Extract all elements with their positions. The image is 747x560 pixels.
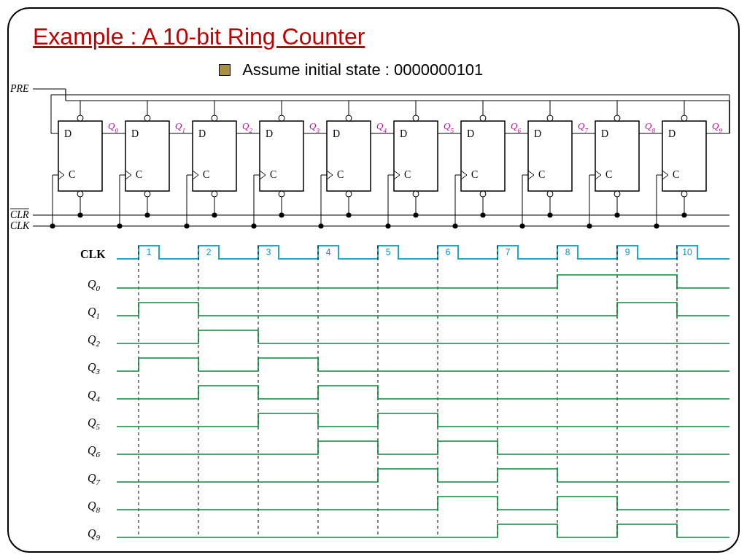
svg-point-115 xyxy=(614,191,620,197)
svg-point-22 xyxy=(144,115,150,121)
timing-diagram: 12345678910 xyxy=(109,244,747,551)
page-title: Example : A 10-bit Ring Counter xyxy=(33,23,365,50)
timing-signal-label: Q9 xyxy=(88,527,100,542)
timing-signal-label: Q5 xyxy=(88,416,100,431)
svg-text:9: 9 xyxy=(625,247,630,257)
svg-text:5: 5 xyxy=(386,247,391,257)
svg-text:C: C xyxy=(404,169,411,180)
ring-counter-schematic: DCQ0DCQ1DCQ2DCQ3DCQ4DCQ5DCQ6DCQ7DCQ8DCQ9 xyxy=(0,86,747,236)
svg-text:C: C xyxy=(270,169,276,180)
svg-point-126 xyxy=(681,115,687,121)
svg-point-113 xyxy=(614,115,620,121)
svg-text:D: D xyxy=(266,128,273,139)
svg-point-52 xyxy=(279,213,285,218)
svg-text:C: C xyxy=(136,169,142,180)
bullet-icon xyxy=(219,64,231,76)
svg-point-104 xyxy=(548,213,553,218)
svg-point-107 xyxy=(520,224,525,229)
svg-text:Q3: Q3 xyxy=(309,120,320,134)
svg-text:D: D xyxy=(198,128,206,139)
svg-text:2: 2 xyxy=(206,247,212,257)
svg-text:D: D xyxy=(64,128,71,139)
svg-point-65 xyxy=(347,213,352,218)
svg-point-94 xyxy=(453,224,458,229)
timing-signal-label: Q0 xyxy=(88,278,100,292)
timing-signal-label: Q4 xyxy=(88,389,100,403)
timing-signal-label: Q8 xyxy=(88,499,100,514)
svg-point-89 xyxy=(480,191,486,197)
svg-text:C: C xyxy=(605,169,612,180)
timing-signal-label: Q3 xyxy=(88,361,100,376)
svg-text:8: 8 xyxy=(565,247,570,257)
svg-text:C: C xyxy=(203,169,209,180)
slide: Example : A 10-bit Ring Counter Assume i… xyxy=(0,0,747,560)
svg-point-68 xyxy=(319,224,324,229)
svg-point-35 xyxy=(212,115,217,121)
svg-point-16 xyxy=(50,224,55,229)
svg-text:Q9: Q9 xyxy=(712,120,722,134)
svg-point-26 xyxy=(145,213,150,218)
svg-point-55 xyxy=(252,224,257,229)
svg-text:C: C xyxy=(538,169,545,180)
svg-point-74 xyxy=(413,115,419,121)
svg-point-24 xyxy=(144,191,150,197)
svg-text:C: C xyxy=(673,169,679,180)
svg-point-130 xyxy=(682,213,687,218)
svg-text:10: 10 xyxy=(682,247,692,257)
svg-text:Q6: Q6 xyxy=(511,120,521,134)
svg-text:Q1: Q1 xyxy=(175,120,185,134)
svg-point-42 xyxy=(185,224,190,229)
timing-signal-label: Q7 xyxy=(88,472,100,486)
svg-point-78 xyxy=(414,213,419,218)
svg-text:D: D xyxy=(668,128,676,139)
svg-text:C: C xyxy=(69,169,75,180)
svg-text:D: D xyxy=(467,128,474,139)
svg-text:6: 6 xyxy=(446,247,451,257)
svg-point-39 xyxy=(212,213,217,218)
svg-text:Q2: Q2 xyxy=(242,120,252,134)
svg-point-76 xyxy=(413,191,419,197)
svg-text:D: D xyxy=(400,128,407,139)
svg-point-128 xyxy=(681,191,687,197)
timing-signal-label: Q1 xyxy=(88,306,100,320)
timing-signal-label: Q2 xyxy=(88,333,100,348)
subtitle-text: Assume initial state : 0000000101 xyxy=(242,61,483,79)
svg-point-117 xyxy=(615,213,620,218)
svg-point-91 xyxy=(481,213,486,218)
svg-point-13 xyxy=(78,213,83,218)
svg-point-9 xyxy=(77,115,83,121)
svg-point-11 xyxy=(77,191,83,197)
svg-point-87 xyxy=(480,115,486,121)
svg-point-63 xyxy=(346,191,352,197)
svg-text:Q4: Q4 xyxy=(376,120,387,134)
svg-text:Q7: Q7 xyxy=(578,120,588,134)
timing-clk-label: CLK xyxy=(80,248,106,261)
svg-text:Q8: Q8 xyxy=(645,120,655,134)
svg-text:D: D xyxy=(333,128,340,139)
svg-point-100 xyxy=(547,115,553,121)
svg-text:C: C xyxy=(471,169,478,180)
svg-text:D: D xyxy=(534,128,541,139)
svg-text:Q5: Q5 xyxy=(444,120,454,134)
svg-text:Q0: Q0 xyxy=(108,120,118,134)
svg-text:4: 4 xyxy=(326,247,331,257)
timing-signal-label: Q6 xyxy=(88,444,100,459)
svg-point-81 xyxy=(386,224,391,229)
svg-text:1: 1 xyxy=(147,247,152,257)
svg-point-102 xyxy=(547,191,553,197)
svg-point-120 xyxy=(587,224,592,229)
svg-point-50 xyxy=(279,191,285,197)
svg-point-48 xyxy=(279,115,285,121)
svg-point-29 xyxy=(117,224,123,229)
svg-text:D: D xyxy=(131,128,139,139)
svg-text:C: C xyxy=(337,169,344,180)
svg-point-133 xyxy=(654,224,659,229)
svg-text:7: 7 xyxy=(506,247,511,257)
svg-point-37 xyxy=(212,191,217,197)
subtitle-row: Assume initial state : 0000000101 xyxy=(219,60,483,79)
svg-text:D: D xyxy=(601,128,608,139)
svg-text:3: 3 xyxy=(266,247,271,257)
svg-point-61 xyxy=(346,115,352,121)
